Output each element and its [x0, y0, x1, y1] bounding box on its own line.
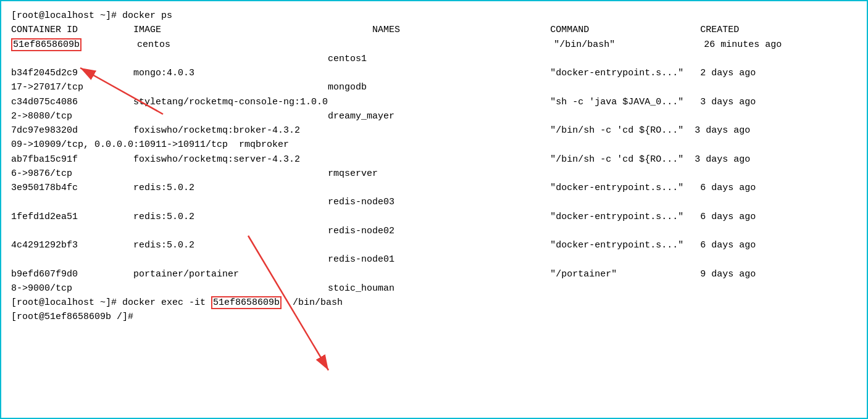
row8a-line: 4c4291292bf3 redis:5.0.2 "docker-entrypo…	[11, 240, 756, 251]
terminal-content: [root@localhost ~]# docker ps CONTAINER …	[11, 9, 857, 325]
row1a-line: 51ef8658609b centos "/bin/bash" 26 minut…	[11, 38, 782, 51]
row2b-line: 17->27017/tcp mongodb	[11, 82, 367, 93]
row9a-line: b9efd607f9d0 portainer/portainer "/porta…	[11, 269, 756, 280]
new-prompt-line: [root@51ef8658609b /]#	[11, 312, 133, 322]
terminal-window: [root@localhost ~]# docker ps CONTAINER …	[0, 0, 868, 419]
row5b-line: 6->9876/tcp rmqserver	[11, 168, 378, 179]
container-id-highlight-1: 51ef8658609b	[11, 38, 81, 51]
cmd1-line: [root@localhost ~]# docker ps	[11, 10, 172, 21]
row4a-line: 7dc97e98320d foxiswho/rocketmq:broker-4.…	[11, 125, 750, 136]
row4b-line: 09->10909/tcp, 0.0.0.0:10911->10911/tcp …	[11, 139, 289, 150]
row6b-line: redis-node03	[11, 197, 394, 207]
row7a-line: 1fefd1d2ea51 redis:5.0.2 "docker-entrypo…	[11, 212, 756, 222]
container-id-highlight-2: 51ef8658609b	[211, 296, 282, 309]
row6a-line: 3e950178b4fc redis:5.0.2 "docker-entrypo…	[11, 183, 756, 193]
header-line: CONTAINER ID IMAGE NAMES COMMAND CREATED	[11, 25, 739, 35]
row9b-line: 8->9000/tcp stoic_houman	[11, 283, 394, 294]
row7b-line: redis-node02	[11, 226, 394, 236]
row5a-line: ab7fba15c91f foxiswho/rocketmq:server-4.…	[11, 154, 750, 165]
row3a-line: c34d075c4086 styletang/rocketmq-console-…	[11, 97, 756, 107]
cmd2-line: [root@localhost ~]# docker exec -it 51ef…	[11, 296, 343, 309]
row8b-line: redis-node01	[11, 254, 394, 265]
row1b-line: centos1	[11, 54, 367, 64]
row3b-line: 2->8080/tcp dreamy_mayer	[11, 111, 394, 122]
row2a-line: b34f2045d2c9 mongo:4.0.3 "docker-entrypo…	[11, 68, 756, 78]
